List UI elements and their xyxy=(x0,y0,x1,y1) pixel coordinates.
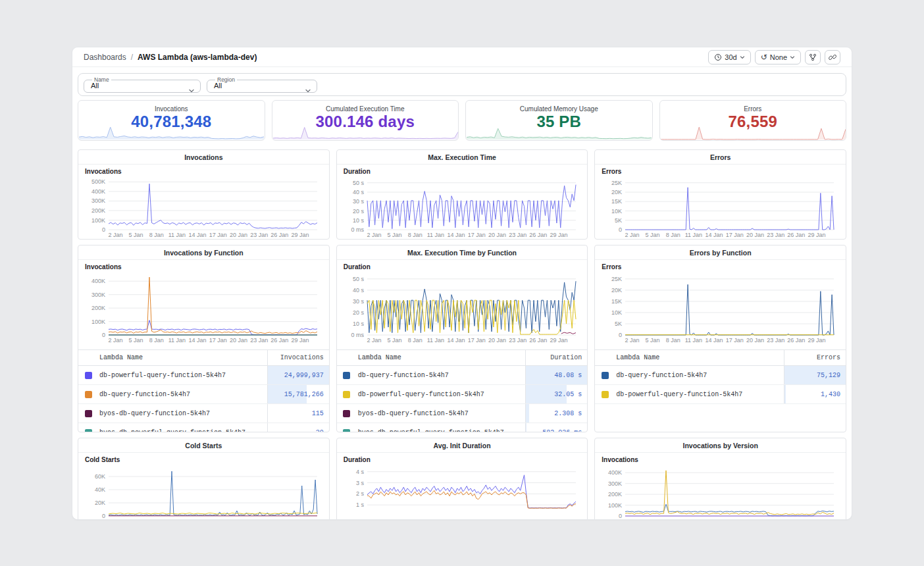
svg-text:14 Jan: 14 Jan xyxy=(447,518,465,519)
errors-by-function-chart[interactable]: 25K20K15K10K5K02 Jan5 Jan8 Jan11 Jan14 J… xyxy=(602,272,839,344)
axis-label: Invocations xyxy=(85,168,322,175)
svg-text:23 Jan: 23 Jan xyxy=(250,232,268,238)
max-execution-time-by-function-chart[interactable]: 50 s40 s30 s20 s10 s0 ms2 Jan5 Jan8 Jan1… xyxy=(344,272,581,344)
time-range-button[interactable]: 30d xyxy=(708,50,750,64)
panel-errors-by-function: Errors by Function Errors 25K20K15K10K5K… xyxy=(594,245,846,432)
svg-text:14 Jan: 14 Jan xyxy=(706,518,723,519)
svg-text:8 Jan: 8 Jan xyxy=(407,337,422,344)
svg-text:0: 0 xyxy=(102,513,105,519)
cold-starts-chart[interactable]: 60K40K20K02 Jan5 Jan8 Jan11 Jan14 Jan17 … xyxy=(85,465,322,519)
svg-text:29 Jan: 29 Jan xyxy=(291,337,309,344)
svg-text:26 Jan: 26 Jan xyxy=(270,232,288,238)
lambda-name-cell: db-query-function-5k4h7 xyxy=(98,385,267,403)
svg-text:2 Jan: 2 Jan xyxy=(625,518,640,519)
invocations-by-version-chart[interactable]: 400K300K200K100K02 Jan5 Jan8 Jan11 Jan14… xyxy=(602,465,839,519)
svg-text:15K: 15K xyxy=(611,198,622,205)
stat-card-invocations[interactable]: Invocations 40,781,348 xyxy=(78,100,265,141)
name-filter-select[interactable]: Name All xyxy=(84,76,201,93)
table-row[interactable]: db-powerful-query-function-5k4h732.05 s xyxy=(337,385,588,404)
svg-text:20 Jan: 20 Jan xyxy=(746,518,764,519)
table-row[interactable]: db-query-function-5k4h715,781,266 xyxy=(78,385,329,404)
svg-text:29 Jan: 29 Jan xyxy=(550,518,567,519)
table-row[interactable]: db-query-function-5k4h748.08 s xyxy=(337,366,588,385)
svg-text:400K: 400K xyxy=(608,469,622,476)
svg-text:29 Jan: 29 Jan xyxy=(291,518,309,519)
value-cell: 48.08 s xyxy=(525,366,587,384)
svg-text:14 Jan: 14 Jan xyxy=(189,232,207,238)
series-color-swatch xyxy=(343,391,350,398)
svg-text:20 Jan: 20 Jan xyxy=(230,337,247,344)
stat-sparkline xyxy=(273,124,458,140)
panel-max-execution-time: Max. Execution Time Duration 50 s40 s30 … xyxy=(336,149,588,240)
table-row[interactable]: db-powerful-query-function-5k4h71,430 xyxy=(595,385,846,404)
svg-text:30 s: 30 s xyxy=(353,298,365,305)
svg-text:0: 0 xyxy=(102,226,105,233)
stat-card-execution-time[interactable]: Cumulated Execution Time 300.146 days xyxy=(272,100,459,141)
svg-text:14 Jan: 14 Jan xyxy=(189,518,207,519)
dashboard-app: Dashboards / AWS Lambda (aws-lambda-dev)… xyxy=(72,47,852,519)
share-link-button[interactable] xyxy=(825,50,840,64)
stat-card-errors[interactable]: Errors 76,559 xyxy=(659,100,847,141)
svg-text:17 Jan: 17 Jan xyxy=(209,232,227,238)
table-row[interactable]: byos-db-query-function-5k4h72.308 s xyxy=(337,404,588,423)
table-row[interactable]: byos-db-powerful-query-function-5k4h7582… xyxy=(337,423,588,432)
time-range-label: 30d xyxy=(725,53,736,61)
avg-init-duration-chart[interactable]: 4 s3 s2 s1 s2 Jan5 Jan8 Jan11 Jan14 Jan1… xyxy=(344,465,581,519)
table-row[interactable]: db-query-function-5k4h775,129 xyxy=(595,366,846,385)
branch-button[interactable] xyxy=(805,50,821,64)
svg-text:0 ms: 0 ms xyxy=(351,226,364,233)
table-row[interactable]: db-powerful-query-function-5k4h724,999,9… xyxy=(78,366,329,385)
svg-text:26 Jan: 26 Jan xyxy=(270,518,288,519)
errors-chart[interactable]: 25K20K15K10K5K02 Jan5 Jan8 Jan11 Jan14 J… xyxy=(602,176,839,238)
svg-text:11 Jan: 11 Jan xyxy=(685,337,702,344)
refresh-interval-button[interactable]: ↺ None xyxy=(755,50,801,64)
svg-text:10 s: 10 s xyxy=(353,321,365,327)
svg-text:40 s: 40 s xyxy=(353,189,365,195)
svg-text:8 Jan: 8 Jan xyxy=(666,337,680,344)
refresh-icon: ↺ xyxy=(761,53,767,61)
max-execution-time-chart[interactable]: 50 s40 s30 s20 s10 s0 ms2 Jan5 Jan8 Jan1… xyxy=(344,176,581,238)
svg-text:11 Jan: 11 Jan xyxy=(168,232,186,238)
svg-text:500K: 500K xyxy=(91,178,105,185)
axis-label: Duration xyxy=(344,168,581,175)
svg-text:14 Jan: 14 Jan xyxy=(706,232,723,238)
svg-text:20 s: 20 s xyxy=(353,309,365,316)
svg-text:20 Jan: 20 Jan xyxy=(230,518,247,519)
svg-text:5 Jan: 5 Jan xyxy=(129,337,143,344)
svg-text:23 Jan: 23 Jan xyxy=(509,337,526,344)
svg-text:11 Jan: 11 Jan xyxy=(685,518,702,519)
svg-text:23 Jan: 23 Jan xyxy=(767,232,785,238)
svg-text:5 Jan: 5 Jan xyxy=(129,232,143,238)
invocations-chart[interactable]: 500K400K300K200K100K02 Jan5 Jan8 Jan11 J… xyxy=(85,176,322,238)
svg-text:20K: 20K xyxy=(611,189,622,195)
series-color-swatch xyxy=(343,429,350,433)
breadcrumb-dashboards[interactable]: Dashboards xyxy=(84,53,126,62)
series-color-swatch xyxy=(343,372,350,379)
svg-text:2 Jan: 2 Jan xyxy=(108,518,122,519)
svg-text:2 Jan: 2 Jan xyxy=(625,232,640,238)
svg-text:40 s: 40 s xyxy=(353,287,365,294)
svg-text:100K: 100K xyxy=(608,502,622,509)
svg-text:8 Jan: 8 Jan xyxy=(407,518,422,519)
svg-text:23 Jan: 23 Jan xyxy=(767,518,785,519)
invocations-by-function-chart[interactable]: 400K300K200K100K02 Jan5 Jan8 Jan11 Jan14… xyxy=(85,272,322,344)
svg-text:50 s: 50 s xyxy=(353,180,365,186)
panel-avg-init-duration: Avg. Init Duration Duration 4 s3 s2 s1 s… xyxy=(336,438,588,519)
value-cell: 32.05 s xyxy=(525,385,587,403)
stat-card-memory-usage[interactable]: Cumulated Memory Usage 35 PB xyxy=(465,100,653,141)
svg-text:200K: 200K xyxy=(91,207,105,214)
lambda-name-column-header: Lambda Name xyxy=(357,350,526,365)
table-row[interactable]: byos-db-query-function-5k4h7115 xyxy=(78,404,329,423)
svg-text:11 Jan: 11 Jan xyxy=(426,518,444,519)
value-cell: 30 xyxy=(267,423,329,432)
svg-text:8 Jan: 8 Jan xyxy=(149,232,164,238)
table-row[interactable]: byos-db-powerful-query-function-5k4h730 xyxy=(78,423,329,432)
lambda-name-cell: byos-db-query-function-5k4h7 xyxy=(357,404,526,423)
filter-bar: Name All Region All xyxy=(78,73,846,96)
panel-title: Max. Execution Time by Function xyxy=(337,245,588,260)
stat-title: Errors xyxy=(660,105,846,113)
app-header: Dashboards / AWS Lambda (aws-lambda-dev)… xyxy=(72,47,852,67)
svg-text:0: 0 xyxy=(102,332,105,338)
svg-text:2 Jan: 2 Jan xyxy=(625,337,640,344)
region-filter-select[interactable]: Region All xyxy=(207,76,317,93)
